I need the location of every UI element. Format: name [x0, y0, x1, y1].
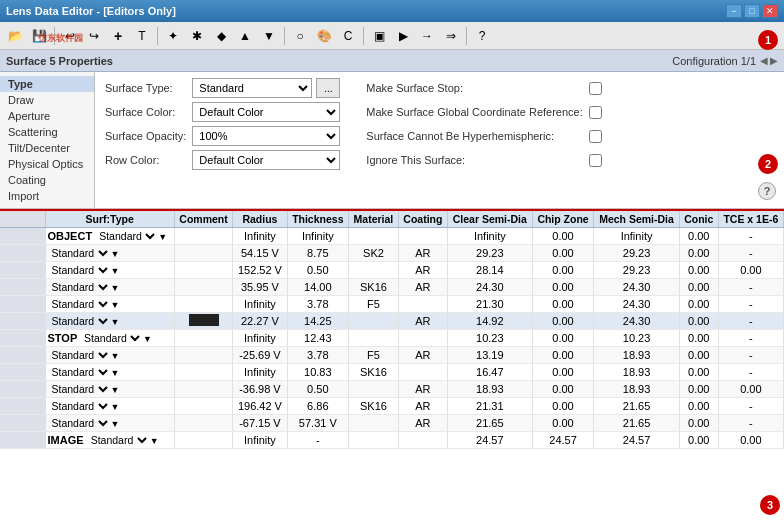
td-material: SK16: [349, 398, 399, 415]
td-chip-zone: 0.00: [532, 330, 594, 347]
nav-next[interactable]: ▶: [770, 55, 778, 66]
td-clear-semi-dia: 14.92: [447, 313, 532, 330]
maximize-button[interactable]: □: [744, 4, 760, 18]
tool-color[interactable]: 🎨: [313, 25, 335, 47]
sidebar-item-import[interactable]: Import: [0, 188, 94, 204]
td-surf-type[interactable]: IMAGE Standard▼: [45, 432, 174, 449]
tool-text[interactable]: T: [131, 25, 153, 47]
surface-type-select[interactable]: Standard: [192, 78, 312, 98]
table-row[interactable]: STOP Standard▼Infinity12.4310.230.0010.2…: [0, 330, 784, 347]
minimize-button[interactable]: −: [726, 4, 742, 18]
td-surf-type[interactable]: Standard▼: [45, 245, 174, 262]
tool-grid[interactable]: ▣: [368, 25, 390, 47]
td-clear-semi-dia: 24.57: [447, 432, 532, 449]
table-row[interactable]: Standard▼152.52 V0.50AR28.140.0029.230.0…: [0, 262, 784, 279]
table-row[interactable]: Standard▼-25.69 V3.78F5AR13.190.0018.930…: [0, 347, 784, 364]
sidebar-item-tilt-decenter[interactable]: Tilt/Decenter: [0, 140, 94, 156]
tool-circle[interactable]: ○: [289, 25, 311, 47]
tool-help[interactable]: ?: [471, 25, 493, 47]
table-row[interactable]: OBJECT Standard▼InfinityInfinityInfinity…: [0, 228, 784, 245]
surf-type-select[interactable]: Standard: [80, 331, 143, 345]
make-stop-checkbox[interactable]: [589, 82, 602, 95]
tool-c[interactable]: C: [337, 25, 359, 47]
table-row[interactable]: Standard▼Infinity3.78F521.300.0024.300.0…: [0, 296, 784, 313]
surface-type-extra-btn[interactable]: ...: [316, 78, 340, 98]
surf-type-select[interactable]: Standard: [48, 280, 111, 294]
surf-type-select[interactable]: Standard: [95, 229, 158, 243]
tool-add[interactable]: +: [107, 25, 129, 47]
td-conic: 0.00: [679, 296, 718, 313]
tool-save[interactable]: 💾: [28, 25, 50, 47]
sidebar-item-coating[interactable]: Coating: [0, 172, 94, 188]
surf-type-select[interactable]: Standard: [48, 314, 111, 328]
td-conic: 0.00: [679, 347, 718, 364]
td-surf-type[interactable]: Standard▼: [45, 313, 174, 330]
td-surf-type[interactable]: Standard▼: [45, 398, 174, 415]
td-comment: [174, 330, 233, 347]
surface-color-select[interactable]: Default Color: [192, 102, 340, 122]
td-surf-type[interactable]: Standard▼: [45, 347, 174, 364]
table-row[interactable]: Standard▼-67.15 V57.31 VAR21.650.0021.65…: [0, 415, 784, 432]
td-surf-type[interactable]: Standard▼: [45, 262, 174, 279]
surf-type-select[interactable]: Standard: [48, 416, 111, 430]
td-surf-type[interactable]: Standard▼: [45, 296, 174, 313]
hyperhemispheric-checkbox[interactable]: [589, 130, 602, 143]
tool-redo[interactable]: ↪: [83, 25, 105, 47]
surf-type-select[interactable]: Standard: [48, 365, 111, 379]
td-surf-type[interactable]: Standard▼: [45, 415, 174, 432]
tool-up[interactable]: ▲: [234, 25, 256, 47]
tool-asterisk[interactable]: ✱: [186, 25, 208, 47]
tool-diamond[interactable]: ◆: [210, 25, 232, 47]
help-icon[interactable]: ?: [758, 182, 776, 200]
table-row[interactable]: IMAGE Standard▼Infinity-24.5724.5724.570…: [0, 432, 784, 449]
surf-type-select[interactable]: Standard: [87, 433, 150, 447]
tool-play[interactable]: ▶: [392, 25, 414, 47]
ignore-checkbox[interactable]: [589, 154, 602, 167]
td-chip-zone: 0.00: [532, 381, 594, 398]
tool-undo[interactable]: ↩: [59, 25, 81, 47]
sidebar-item-type[interactable]: Type: [0, 76, 94, 92]
tool-star[interactable]: ✦: [162, 25, 184, 47]
td-surf-type[interactable]: Standard▼: [45, 364, 174, 381]
surf-type-select[interactable]: Standard: [48, 297, 111, 311]
table-row[interactable]: Standard▼54.15 V8.75SK2AR29.230.0029.230…: [0, 245, 784, 262]
sidebar-item-aperture[interactable]: Aperture: [0, 108, 94, 124]
td-index: [0, 330, 45, 347]
td-chip-zone: 0.00: [532, 364, 594, 381]
lens-table: Surf:Type Comment Radius Thickness Mater…: [0, 211, 784, 449]
table-row[interactable]: Standard▼Infinity10.83SK1616.470.0018.93…: [0, 364, 784, 381]
close-button[interactable]: ✕: [762, 4, 778, 18]
surf-type-select[interactable]: Standard: [48, 263, 111, 277]
td-clear-semi-dia: Infinity: [447, 228, 532, 245]
sidebar-item-physical-optics[interactable]: Physical Optics: [0, 156, 94, 172]
table-row[interactable]: Standard▼22.27 V14.25AR14.920.0024.300.0…: [0, 313, 784, 330]
tool-open[interactable]: 📂: [4, 25, 26, 47]
make-stop-row: [589, 82, 774, 95]
nav-prev[interactable]: ◀: [760, 55, 768, 66]
table-row[interactable]: Standard▼35.95 V14.00SK16AR24.300.0024.3…: [0, 279, 784, 296]
table-row[interactable]: Standard▼-36.98 V0.50AR18.930.0018.930.0…: [0, 381, 784, 398]
td-surf-type[interactable]: OBJECT Standard▼: [45, 228, 174, 245]
surf-type-select[interactable]: Standard: [48, 348, 111, 362]
td-tce: 0.00: [718, 381, 783, 398]
table-section[interactable]: 3 Surf:Type Comment Radius Thickness Mat…: [0, 209, 784, 523]
surface-opacity-select[interactable]: 100%: [192, 126, 340, 146]
td-chip-zone: 0.00: [532, 313, 594, 330]
tool-arrow1[interactable]: →: [416, 25, 438, 47]
tool-arrow2[interactable]: ⇒: [440, 25, 462, 47]
td-conic: 0.00: [679, 364, 718, 381]
global-ref-checkbox[interactable]: [589, 106, 602, 119]
row-color-select[interactable]: Default Color: [192, 150, 340, 170]
td-clear-semi-dia: 13.19: [447, 347, 532, 364]
td-surf-type[interactable]: Standard▼: [45, 279, 174, 296]
surf-type-select[interactable]: Standard: [48, 399, 111, 413]
surf-type-select[interactable]: Standard: [48, 246, 111, 260]
td-surf-type[interactable]: STOP Standard▼: [45, 330, 174, 347]
table-row[interactable]: Standard▼196.42 V6.86SK16AR21.310.0021.6…: [0, 398, 784, 415]
sidebar-item-scattering[interactable]: Scattering: [0, 124, 94, 140]
sidebar-item-draw[interactable]: Draw: [0, 92, 94, 108]
td-surf-type[interactable]: Standard▼: [45, 381, 174, 398]
tool-down[interactable]: ▼: [258, 25, 280, 47]
surf-type-select[interactable]: Standard: [48, 382, 111, 396]
td-index: [0, 381, 45, 398]
